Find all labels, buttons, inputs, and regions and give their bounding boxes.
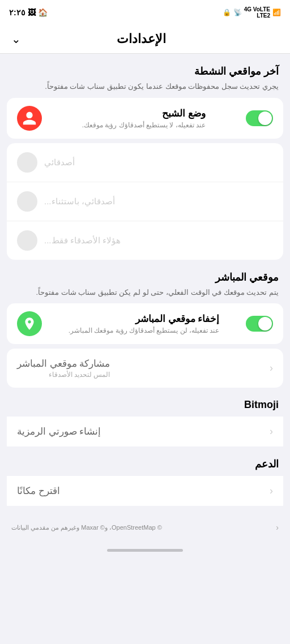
person-icon bbox=[22, 110, 37, 126]
share-live-location-card: ‹ مشاركة موقعي المباشر المس لتحديد الأصد… bbox=[7, 349, 283, 388]
ghost-mode-item[interactable]: وضع الشبح عند تفعيله، لا يستطيع أصدقاؤك … bbox=[7, 98, 283, 139]
ghost-option-only-text: هؤلاء الأصدقاء فقط... bbox=[44, 235, 121, 246]
chevron-left-icon: ‹ bbox=[270, 362, 273, 374]
hide-live-content: إخفاء موقعي المباشر عند تفعيله، لن يستطي… bbox=[69, 313, 220, 334]
share-live-label: مشاركة موقعي المباشر bbox=[17, 358, 110, 370]
live-location-title: موقعي المباشر bbox=[0, 271, 290, 287]
hide-live-label: إخفاء موقعي المباشر bbox=[69, 313, 220, 325]
page-header: الإعدادات ⌄ bbox=[0, 25, 290, 54]
chevron-left-icon-2: ‹ bbox=[270, 426, 273, 437]
support-title: الدعم bbox=[0, 458, 290, 476]
ghost-section: آخر مواقعي النشطة يجري تحديث سجل محفوظات… bbox=[0, 65, 290, 260]
footer-credits: © OpenStreetMap، و© Maxar وغيرهم من مقدم… bbox=[11, 524, 162, 531]
ghost-option-except-text: أصدقائي، باستثناء... bbox=[44, 196, 115, 207]
ghost-section-subtitle: يجري تحديث سجل محفوظات موقعك عندما يكون … bbox=[0, 81, 290, 98]
chevron-left-icon-3: ‹ bbox=[270, 485, 273, 497]
ghost-option-avatar-1 bbox=[17, 152, 37, 173]
live-location-subtitle: يتم تحديث موقعك في الوقت الفعلي، حتى لو … bbox=[0, 287, 290, 304]
location-pin-icon bbox=[22, 316, 37, 331]
wifi-icon: 📡 bbox=[233, 8, 242, 16]
ghost-options-card: أصدقائي أصدقائي، باستثناء... هؤلاء الأصد… bbox=[7, 143, 283, 260]
suggest-place-label: اقترح مكانًا bbox=[17, 485, 60, 497]
toggle-knob-2 bbox=[258, 317, 272, 330]
create-bitmoji-content: إنشاء صورتي الرمزية bbox=[17, 426, 101, 437]
support-section: الدعم ‹ اقترح مكانًا bbox=[0, 458, 290, 506]
status-left: 📶 4G VoLTELTE2 📡 🔒 bbox=[223, 6, 281, 19]
hide-live-location-item[interactable]: إخفاء موقعي المباشر عند تفعيله، لن يستطي… bbox=[7, 303, 283, 344]
ghost-option-avatar-2 bbox=[17, 191, 37, 212]
ghost-option-only: هؤلاء الأصدقاء فقط... bbox=[7, 221, 283, 260]
bitmoji-card: ‹ إنشاء صورتي الرمزية bbox=[7, 417, 283, 446]
footer-chevron-icon: ‹ bbox=[276, 523, 279, 532]
ghost-mode-content: وضع الشبح عند تفعيله، لا يستطيع أصدقاؤك … bbox=[82, 108, 206, 129]
ghost-mode-card: وضع الشبح عند تفعيله، لا يستطيع أصدقاؤك … bbox=[7, 98, 283, 139]
ghost-avatar bbox=[17, 106, 42, 131]
ghost-option-except: أصدقائي، باستثناء... bbox=[7, 182, 283, 221]
home-icon: 🏠 bbox=[38, 8, 48, 17]
toggle-knob bbox=[258, 111, 272, 125]
home-indicator bbox=[107, 549, 183, 552]
hide-live-sublabel: عند تفعيله، لن يستطيع أصدقاؤك رؤية موقعك… bbox=[69, 327, 220, 334]
share-live-content: مشاركة موقعي المباشر المس لتحديد الأصدقا… bbox=[17, 358, 110, 379]
ghost-mode-toggle[interactable] bbox=[246, 110, 273, 126]
ghost-option-friends-text: أصدقائي bbox=[44, 157, 75, 168]
status-bar: 📶 4G VoLTELTE2 📡 🔒 🏠 🖼 ٢:٢٥ bbox=[0, 0, 290, 25]
support-card: ‹ اقترح مكانًا bbox=[7, 476, 283, 506]
share-live-sublabel: المس لتحديد الأصدقاء bbox=[17, 371, 110, 379]
hide-live-location-card: إخفاء موقعي المباشر عند تفعيله، لن يستطي… bbox=[7, 303, 283, 344]
create-bitmoji-label: إنشاء صورتي الرمزية bbox=[17, 426, 101, 437]
gallery-icon: 🖼 bbox=[28, 8, 36, 17]
extra-icon: 🔒 bbox=[223, 8, 231, 16]
create-bitmoji-item[interactable]: ‹ إنشاء صورتي الرمزية bbox=[7, 417, 283, 446]
ghost-mode-sublabel: عند تفعيله، لا يستطيع أصدقاؤك رؤية موقعك… bbox=[82, 121, 206, 129]
signal-icon: 📶 bbox=[272, 8, 281, 16]
ghost-option-avatar-3 bbox=[17, 230, 37, 251]
suggest-place-content: اقترح مكانًا bbox=[17, 485, 60, 497]
chevron-down-icon[interactable]: ⌄ bbox=[11, 32, 21, 46]
ghost-section-title: آخر مواقعي النشطة bbox=[0, 65, 290, 81]
status-right: 🏠 🖼 ٢:٢٥ bbox=[9, 8, 48, 17]
bitmoji-title: Bitmoji bbox=[0, 399, 290, 417]
time-display: ٢:٢٥ bbox=[9, 8, 25, 17]
hide-live-toggle[interactable] bbox=[246, 316, 273, 332]
live-location-section: موقعي المباشر يتم تحديث موقعك في الوقت ا… bbox=[0, 271, 290, 388]
page-footer: ‹ © OpenStreetMap، و© Maxar وغيرهم من مق… bbox=[0, 517, 290, 543]
share-live-item[interactable]: ‹ مشاركة موقعي المباشر المس لتحديد الأصد… bbox=[7, 349, 283, 388]
ghost-option-friends: أصدقائي bbox=[7, 143, 283, 182]
location-icon bbox=[17, 311, 42, 336]
suggest-place-item[interactable]: ‹ اقترح مكانًا bbox=[7, 476, 283, 506]
page-title: الإعدادات bbox=[117, 32, 166, 46]
bitmoji-section: Bitmoji ‹ إنشاء صورتي الرمزية bbox=[0, 399, 290, 446]
network-text: 4G VoLTELTE2 bbox=[244, 6, 270, 19]
ghost-mode-label: وضع الشبح bbox=[82, 108, 206, 119]
